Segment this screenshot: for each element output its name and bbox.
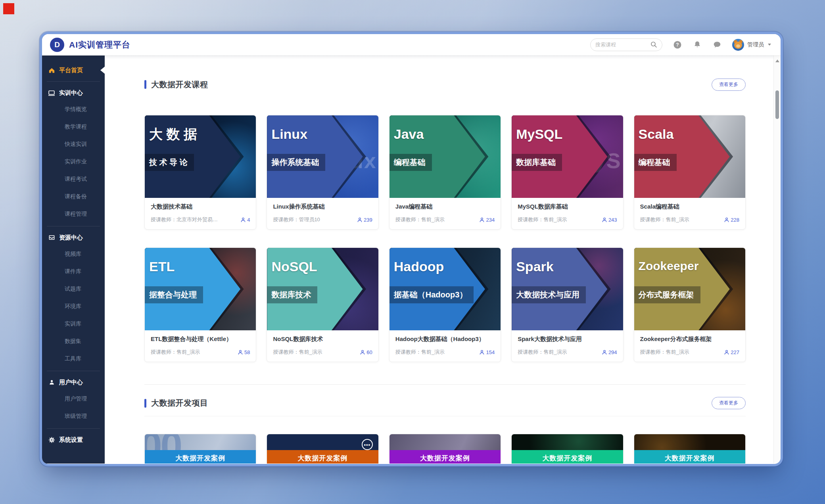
person-icon — [360, 350, 365, 355]
course-card[interactable]: 大 数 据 技 术 导 论 大数据技术基础 授课教师：北京市对外贸易学校教...… — [144, 115, 256, 230]
section-accent-bar — [144, 80, 146, 89]
user-icon — [48, 379, 55, 385]
course-card[interactable]: Java 编程基础 Java编程基础 授课教师：售前_演示 234 — [389, 115, 501, 230]
course-teacher: 授课教师：售前_演示 — [640, 349, 689, 356]
person-icon — [241, 217, 246, 222]
cover-title: ETL — [149, 260, 175, 274]
sidebar-item-course-management[interactable]: 课程管理 — [42, 205, 105, 222]
course-card[interactable]: ETL 据整合与处理 ETL数据整合与处理（Kettle） 授课教师：售前_演示… — [144, 247, 256, 362]
scrollbar-thumb[interactable] — [775, 90, 779, 119]
cover-subtitle: 大数据技术与应用 — [512, 286, 586, 303]
person-icon — [357, 217, 362, 222]
user-menu[interactable]: 管理员 — [732, 39, 771, 51]
divider — [47, 371, 100, 371]
sidebar-item-environment-library[interactable]: 环境库 — [42, 297, 105, 315]
course-card[interactable]: NoSQL 数据库技术 NoSQL数据库技术 授课教师：售前_演示 60 — [267, 247, 378, 362]
sidebar-item-user-management[interactable]: 用户管理 — [42, 390, 105, 407]
sidebar-item-courseware-library[interactable]: 课件库 — [42, 263, 105, 280]
scroll-up-arrow[interactable] — [775, 59, 779, 62]
sidebar-item-resource-center[interactable]: 资源中心 — [42, 230, 105, 245]
scrollbar[interactable] — [773, 56, 781, 464]
sidebar-item-training-homework[interactable]: 实训作业 — [42, 153, 105, 170]
sidebar-item-learning-overview[interactable]: 学情概览 — [42, 100, 105, 118]
sidebar: 平台首页 实训中心 学情概览 教学课程 快速实训 实训作业 课程考试 课程备份 … — [42, 56, 105, 464]
search-icon[interactable] — [650, 41, 657, 48]
course-title: Linux操作系统基础 — [273, 203, 372, 211]
sidebar-item-teaching-courses[interactable]: 教学课程 — [42, 118, 105, 135]
project-card[interactable]: 大数据开发案例 — [634, 434, 746, 464]
course-teacher: 授课教师：售前_演示 — [395, 216, 445, 223]
project-banner: 大数据开发案例 — [634, 450, 745, 464]
project-card[interactable]: ••• 大数据开发案例 — [267, 434, 378, 464]
cover-subtitle: 数据库基础 — [512, 154, 562, 171]
sidebar-item-quick-training[interactable]: 快速实训 — [42, 135, 105, 153]
project-cover: 大数据开发案例 — [389, 434, 501, 464]
course-teacher: 授课教师：售前_演示 — [518, 216, 567, 223]
course-card[interactable]: MyS MySQL 数据库基础 MySQL数据库基础 授课教师：售前_演示 — [511, 115, 623, 230]
section-title: 大数据开发项目 — [151, 398, 208, 408]
course-search[interactable] — [590, 38, 662, 51]
app-title: AI实训管理平台 — [69, 39, 130, 50]
course-row-1: 大 数 据 技 术 导 论 大数据技术基础 授课教师：北京市对外贸易学校教...… — [144, 115, 746, 230]
help-icon[interactable]: ? — [673, 40, 682, 50]
project-row: 00 大数据开发案例 ••• 大数据开发案例 大数据开发案例 — [144, 434, 746, 464]
project-banner: 大数据开发案例 — [267, 450, 378, 464]
app-window: D AI实训管理平台 ? 管理员 — [42, 34, 781, 464]
sidebar-item-home[interactable]: 平台首页 — [42, 63, 105, 78]
sidebar-item-datasets[interactable]: 数据集 — [42, 332, 105, 350]
course-teacher: 授课教师：售前_演示 — [640, 216, 689, 223]
cover-title: Scala — [639, 127, 674, 142]
course-student-count: 294 — [602, 349, 617, 355]
avatar[interactable] — [732, 39, 744, 51]
course-cover: NoSQL 数据库技术 — [267, 248, 378, 330]
course-cover: ETL 据整合与处理 — [145, 248, 256, 330]
chevron-down-icon — [768, 44, 771, 46]
active-item-marker — [100, 67, 105, 74]
project-card[interactable]: 大数据开发案例 — [389, 434, 501, 464]
view-more-button[interactable]: 查看更多 — [712, 397, 746, 409]
view-more-button[interactable]: 查看更多 — [712, 79, 746, 91]
project-banner: 大数据开发案例 — [389, 450, 501, 464]
home-icon — [48, 67, 55, 74]
project-card[interactable]: 大数据开发案例 — [511, 434, 623, 464]
course-card[interactable]: Spark 大数据技术与应用 Spark大数据技术与应用 授课教师：售前_演示 … — [511, 247, 623, 362]
course-card[interactable]: Hadoop 据基础（Hadoop3） Hadoop大数据基础（Hadoop3）… — [389, 247, 501, 362]
course-title: ETL数据整合与处理（Kettle） — [151, 335, 250, 343]
course-card[interactable]: inux Linux 操作系统基础 Linux操作系统基础 授课教师：管理员10 — [267, 115, 378, 230]
search-input[interactable] — [595, 42, 650, 48]
sidebar-item-course-backup[interactable]: 课程备份 — [42, 188, 105, 205]
sidebar-item-question-library[interactable]: 试题库 — [42, 280, 105, 297]
person-icon — [602, 217, 607, 222]
project-cover: 大数据开发案例 — [512, 434, 623, 464]
sidebar-item-class-management[interactable]: 班级管理 — [42, 407, 105, 425]
course-card[interactable]: Zookeeper 分布式服务框架 Zookeeper分布式服务框架 授课教师：… — [634, 247, 746, 362]
project-card[interactable]: 00 大数据开发案例 — [144, 434, 256, 464]
course-teacher: 授课教师：管理员10 — [273, 216, 320, 223]
sidebar-item-training-center[interactable]: 实训中心 — [42, 85, 105, 100]
svg-text:?: ? — [676, 42, 679, 48]
section-big-data-courses: 大数据开发课程 查看更多 大 数 据 技 术 导 论 — [144, 56, 746, 362]
messages-chat-icon[interactable] — [712, 40, 722, 50]
project-cover: 大数据开发案例 — [634, 434, 745, 464]
sidebar-item-course-exams[interactable]: 课程考试 — [42, 170, 105, 188]
sidebar-item-video-library[interactable]: 视频库 — [42, 245, 105, 263]
cover-subtitle: 数据库技术 — [267, 286, 317, 303]
sidebar-item-user-center[interactable]: 用户中心 — [42, 375, 105, 390]
course-student-count: 234 — [480, 217, 495, 223]
course-student-count: 154 — [480, 349, 495, 355]
course-cover: 大 数 据 技 术 导 论 — [145, 115, 256, 198]
course-cover: Hadoop 据基础（Hadoop3） — [389, 248, 501, 330]
cover-title: MySQL — [516, 127, 562, 142]
course-cover: Spark 大数据技术与应用 — [512, 248, 623, 330]
sidebar-item-training-library[interactable]: 实训库 — [42, 315, 105, 332]
course-title: 大数据技术基础 — [151, 203, 250, 211]
course-title: Java编程基础 — [395, 203, 495, 211]
course-card[interactable]: Scala 编程基础 Scala编程基础 授课教师：售前_演示 228 — [634, 115, 746, 230]
cover-subtitle: 操作系统基础 — [267, 154, 325, 171]
course-teacher: 授课教师：北京市对外贸易学校教... — [151, 216, 222, 223]
sidebar-item-tools-library[interactable]: 工具库 — [42, 350, 105, 367]
cover-title: Spark — [516, 260, 554, 274]
sidebar-item-system-settings[interactable]: 系统设置 — [42, 432, 105, 447]
notifications-bell-icon[interactable] — [693, 40, 702, 50]
person-icon — [602, 350, 607, 355]
